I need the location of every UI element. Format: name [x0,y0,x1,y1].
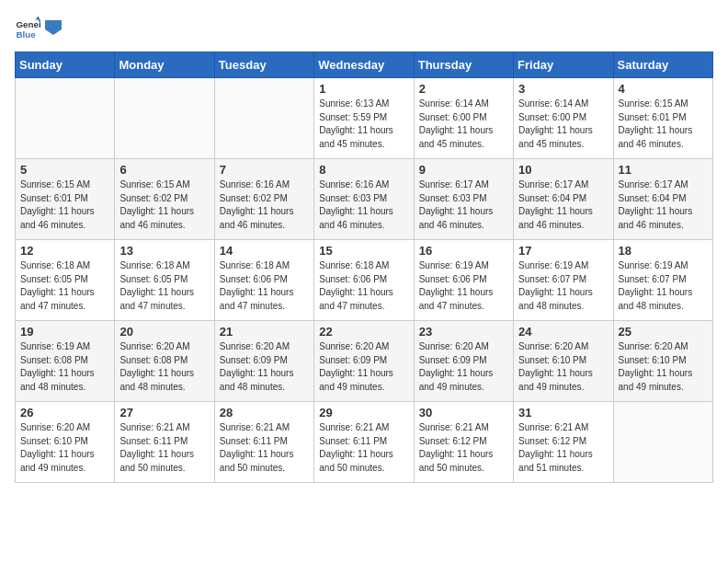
calendar-cell: 10Sunrise: 6:17 AM Sunset: 6:04 PM Dayli… [514,159,613,240]
day-number: 24 [518,325,608,339]
weekday-header-monday: Monday [115,52,214,78]
day-number: 7 [220,163,309,177]
day-info: Sunrise: 6:18 AM Sunset: 6:05 PM Dayligh… [20,259,109,313]
weekday-header-friday: Friday [514,52,613,78]
calendar-cell: 26Sunrise: 6:20 AM Sunset: 6:10 PM Dayli… [16,402,115,483]
svg-text:Blue: Blue [16,29,36,40]
calendar-header: SundayMondayTuesdayWednesdayThursdayFrid… [16,52,713,78]
day-info: Sunrise: 6:15 AM Sunset: 6:01 PM Dayligh… [20,178,109,232]
calendar-cell: 15Sunrise: 6:18 AM Sunset: 6:06 PM Dayli… [314,240,414,321]
day-info: Sunrise: 6:15 AM Sunset: 6:02 PM Dayligh… [119,178,209,232]
day-number: 16 [419,244,508,258]
calendar-cell: 28Sunrise: 6:21 AM Sunset: 6:11 PM Dayli… [214,402,313,483]
calendar-cell: 7Sunrise: 6:16 AM Sunset: 6:02 PM Daylig… [214,159,313,240]
day-info: Sunrise: 6:17 AM Sunset: 6:03 PM Dayligh… [419,178,508,232]
day-number: 5 [20,163,109,177]
day-number: 12 [20,244,109,258]
calendar-week-4: 26Sunrise: 6:20 AM Sunset: 6:10 PM Dayli… [16,402,713,483]
day-info: Sunrise: 6:19 AM Sunset: 6:07 PM Dayligh… [518,259,608,313]
calendar-cell: 27Sunrise: 6:21 AM Sunset: 6:11 PM Dayli… [115,402,214,483]
day-number: 26 [20,406,109,419]
weekday-header-tuesday: Tuesday [214,52,313,78]
logo-arrow-icon [45,20,62,35]
day-number: 17 [518,244,608,258]
calendar-cell: 31Sunrise: 6:21 AM Sunset: 6:12 PM Dayli… [514,402,613,483]
calendar-week-3: 19Sunrise: 6:19 AM Sunset: 6:08 PM Dayli… [16,321,713,402]
calendar-body: 1Sunrise: 6:13 AM Sunset: 5:59 PM Daylig… [16,78,713,483]
calendar-table: SundayMondayTuesdayWednesdayThursdayFrid… [15,52,713,483]
day-info: Sunrise: 6:20 AM Sunset: 6:10 PM Dayligh… [20,421,109,475]
day-number: 19 [20,325,109,339]
calendar-cell: 11Sunrise: 6:17 AM Sunset: 6:04 PM Dayli… [613,159,712,240]
calendar-cell: 21Sunrise: 6:20 AM Sunset: 6:09 PM Dayli… [214,321,313,402]
calendar-cell: 4Sunrise: 6:15 AM Sunset: 6:01 PM Daylig… [613,78,712,159]
logo: General Blue [15,15,62,40]
day-number: 29 [319,406,408,419]
calendar-cell: 25Sunrise: 6:20 AM Sunset: 6:10 PM Dayli… [613,321,712,402]
calendar-cell [16,78,115,159]
day-info: Sunrise: 6:18 AM Sunset: 6:05 PM Dayligh… [119,259,209,313]
calendar-cell: 1Sunrise: 6:13 AM Sunset: 5:59 PM Daylig… [314,78,414,159]
weekday-header-sunday: Sunday [16,52,115,78]
day-info: Sunrise: 6:21 AM Sunset: 6:11 PM Dayligh… [319,421,408,475]
weekday-header-thursday: Thursday [414,52,513,78]
day-number: 3 [518,82,608,96]
calendar-cell: 24Sunrise: 6:20 AM Sunset: 6:10 PM Dayli… [514,321,613,402]
svg-text:General: General [16,19,40,29]
calendar-cell: 8Sunrise: 6:16 AM Sunset: 6:03 PM Daylig… [314,159,414,240]
day-info: Sunrise: 6:21 AM Sunset: 6:12 PM Dayligh… [518,421,608,475]
calendar-cell: 23Sunrise: 6:20 AM Sunset: 6:09 PM Dayli… [414,321,513,402]
weekday-row: SundayMondayTuesdayWednesdayThursdayFrid… [16,52,713,78]
calendar-cell: 6Sunrise: 6:15 AM Sunset: 6:02 PM Daylig… [115,159,214,240]
day-info: Sunrise: 6:21 AM Sunset: 6:11 PM Dayligh… [220,421,309,475]
day-info: Sunrise: 6:20 AM Sunset: 6:08 PM Dayligh… [119,340,209,394]
day-info: Sunrise: 6:18 AM Sunset: 6:06 PM Dayligh… [220,259,309,313]
calendar-cell: 12Sunrise: 6:18 AM Sunset: 6:05 PM Dayli… [16,240,115,321]
day-info: Sunrise: 6:18 AM Sunset: 6:06 PM Dayligh… [319,259,408,313]
day-number: 21 [220,325,309,339]
day-number: 8 [319,163,408,177]
calendar-week-2: 12Sunrise: 6:18 AM Sunset: 6:05 PM Dayli… [16,240,713,321]
day-info: Sunrise: 6:20 AM Sunset: 6:09 PM Dayligh… [220,340,309,394]
calendar-cell: 17Sunrise: 6:19 AM Sunset: 6:07 PM Dayli… [514,240,613,321]
weekday-header-wednesday: Wednesday [314,52,414,78]
calendar-cell [613,402,712,483]
day-info: Sunrise: 6:20 AM Sunset: 6:09 PM Dayligh… [419,340,508,394]
day-info: Sunrise: 6:19 AM Sunset: 6:06 PM Dayligh… [419,259,508,313]
day-number: 15 [319,244,408,258]
day-info: Sunrise: 6:14 AM Sunset: 6:00 PM Dayligh… [518,98,608,151]
day-number: 22 [319,325,408,339]
calendar-cell: 19Sunrise: 6:19 AM Sunset: 6:08 PM Dayli… [16,321,115,402]
svg-marker-2 [35,16,40,19]
svg-marker-4 [45,20,62,35]
day-info: Sunrise: 6:16 AM Sunset: 6:02 PM Dayligh… [220,178,309,232]
calendar-week-1: 5Sunrise: 6:15 AM Sunset: 6:01 PM Daylig… [16,159,713,240]
day-number: 31 [518,406,608,419]
day-number: 10 [518,163,608,177]
calendar-cell: 16Sunrise: 6:19 AM Sunset: 6:06 PM Dayli… [414,240,513,321]
day-info: Sunrise: 6:17 AM Sunset: 6:04 PM Dayligh… [518,178,608,232]
calendar-cell: 3Sunrise: 6:14 AM Sunset: 6:00 PM Daylig… [514,78,613,159]
calendar-cell: 20Sunrise: 6:20 AM Sunset: 6:08 PM Dayli… [115,321,214,402]
day-number: 28 [220,406,309,419]
calendar-cell [115,78,214,159]
day-number: 13 [119,244,209,258]
day-info: Sunrise: 6:20 AM Sunset: 6:10 PM Dayligh… [518,340,608,394]
day-number: 4 [619,82,708,96]
day-number: 23 [419,325,508,339]
calendar-cell [214,78,313,159]
day-number: 6 [119,163,209,177]
calendar-cell: 5Sunrise: 6:15 AM Sunset: 6:01 PM Daylig… [16,159,115,240]
calendar-cell: 9Sunrise: 6:17 AM Sunset: 6:03 PM Daylig… [414,159,513,240]
day-info: Sunrise: 6:20 AM Sunset: 6:10 PM Dayligh… [619,340,708,394]
day-info: Sunrise: 6:19 AM Sunset: 6:08 PM Dayligh… [20,340,109,394]
calendar-cell: 22Sunrise: 6:20 AM Sunset: 6:09 PM Dayli… [314,321,414,402]
page-header: General Blue [15,15,713,40]
calendar-cell: 13Sunrise: 6:18 AM Sunset: 6:05 PM Dayli… [115,240,214,321]
day-number: 11 [619,163,708,177]
day-info: Sunrise: 6:21 AM Sunset: 6:12 PM Dayligh… [419,421,508,475]
day-number: 14 [220,244,309,258]
calendar-cell: 2Sunrise: 6:14 AM Sunset: 6:00 PM Daylig… [414,78,513,159]
day-number: 27 [119,406,209,419]
day-info: Sunrise: 6:13 AM Sunset: 5:59 PM Dayligh… [319,98,408,151]
